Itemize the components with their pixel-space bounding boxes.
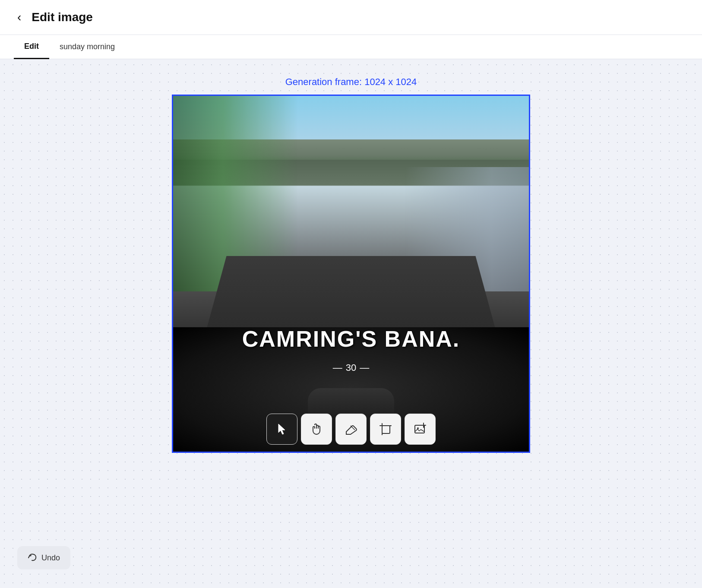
tab-edit[interactable]: Edit <box>14 35 49 59</box>
cursor-icon <box>275 422 289 436</box>
image-name-label: sunday morning <box>49 35 125 58</box>
hand-tool-button[interactable] <box>301 414 332 445</box>
crop-icon <box>379 422 392 436</box>
page-title: Edit image <box>32 10 93 24</box>
image-canvas[interactable]: CAMRING'S BANA. 30 <box>173 96 529 452</box>
add-image-tool-button[interactable] <box>405 414 436 445</box>
cursor-tool-button[interactable] <box>266 414 297 445</box>
undo-area: Undo <box>17 546 70 569</box>
header: ‹ Edit image <box>0 0 702 35</box>
svg-rect-0 <box>382 426 390 433</box>
undo-icon <box>28 553 37 563</box>
svg-rect-1 <box>415 425 424 433</box>
tabs-bar: Edit sunday morning <box>0 35 702 59</box>
camring-text: CAMRING'S BANA. <box>173 326 529 352</box>
back-button[interactable]: ‹ <box>14 9 25 26</box>
hand-icon <box>310 422 323 436</box>
add-image-icon <box>413 422 427 436</box>
image-toolbar <box>266 414 436 445</box>
dashcam-scene: CAMRING'S BANA. 30 <box>173 96 529 452</box>
eraser-icon <box>344 422 358 436</box>
camring-subtext: 30 <box>173 362 529 373</box>
main-content: Generation frame: 1024 x 1024 <box>0 59 702 587</box>
generation-frame-label: Generation frame: 1024 x 1024 <box>285 76 417 88</box>
back-icon: ‹ <box>17 10 21 24</box>
image-canvas-container[interactable]: CAMRING'S BANA. 30 <box>172 95 530 453</box>
dashboard-center <box>308 388 394 414</box>
crop-tool-button[interactable] <box>370 414 401 445</box>
undo-button[interactable]: Undo <box>17 546 70 569</box>
eraser-tool-button[interactable] <box>335 414 367 445</box>
undo-label: Undo <box>41 553 60 563</box>
